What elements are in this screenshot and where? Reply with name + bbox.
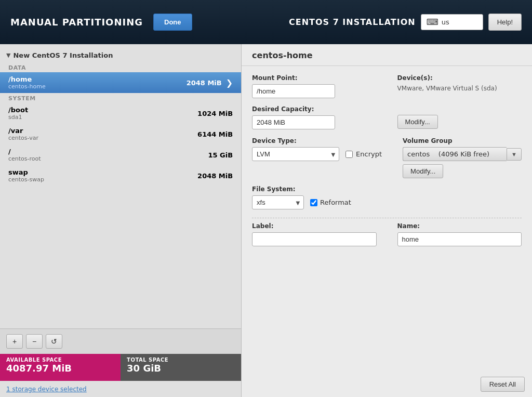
- right-panel: centos-home Mount Point: Device(s): VMwa…: [242, 44, 532, 397]
- partition-tree: ▼ New CentOS 7 Installation DATA /home c…: [0, 44, 241, 328]
- row-label-name: Label: Name:: [252, 222, 522, 246]
- volume-group-dropdown-button[interactable]: ▼: [507, 148, 522, 161]
- keyboard-icon: ⌨: [427, 17, 438, 27]
- partition-var-left: /var centos-var: [8, 127, 38, 141]
- reformat-checkbox[interactable]: [310, 199, 317, 206]
- installation-label: New CentOS 7 Installation: [13, 51, 113, 59]
- main: ▼ New CentOS 7 Installation DATA /home c…: [0, 44, 532, 397]
- filesystem-select[interactable]: xfs ext2 ext3 ext4 vfat swap biosboot: [252, 195, 304, 209]
- name-input[interactable]: [397, 232, 522, 246]
- partition-home-right: 2048 MiB ❯: [187, 78, 233, 88]
- col-label: Label:: [252, 222, 376, 246]
- available-space: AVAILABLE SPACE 4087.97 MiB: [0, 354, 121, 381]
- partition-swap-size: 2048 MiB: [197, 172, 233, 180]
- total-space-value: 30 GiB: [127, 363, 235, 374]
- storage-link-bar: 1 storage device selected: [0, 381, 241, 397]
- reset-bar: Reset All: [473, 372, 532, 397]
- col-filesystem-right: [397, 186, 522, 209]
- partition-home-name: /home: [8, 75, 46, 83]
- add-partition-button[interactable]: +: [6, 334, 23, 349]
- partition-boot-sub: sda1: [8, 114, 28, 121]
- volume-group-value: centos (4096 KiB free): [403, 147, 507, 161]
- header-left: MANUAL PARTITIONING Done: [10, 14, 192, 31]
- col-mount-point: Mount Point:: [252, 74, 376, 98]
- help-button[interactable]: Help!: [488, 14, 522, 31]
- volume-group-label: Volume Group: [403, 137, 522, 144]
- col-devices: Device(s): VMware, VMware Virtual S (sda…: [397, 74, 522, 98]
- col-name: Name:: [397, 222, 522, 246]
- header: MANUAL PARTITIONING Done CENTOS 7 INSTAL…: [0, 0, 532, 44]
- partition-root-left: / centos-root: [8, 148, 41, 162]
- partition-swap-name: swap: [8, 168, 44, 176]
- devices-label: Device(s):: [397, 74, 522, 82]
- desired-capacity-input[interactable]: [252, 115, 335, 129]
- encrypt-checkbox[interactable]: [345, 151, 353, 158]
- label-input[interactable]: [252, 232, 376, 246]
- reset-all-button[interactable]: Reset All: [481, 377, 525, 392]
- partition-home-sub: centos-home: [8, 83, 46, 90]
- centos-title: CENTOS 7 INSTALLATION: [289, 17, 416, 27]
- col-desired-capacity: Desired Capacity:: [252, 105, 376, 130]
- modify-vg-button[interactable]: Modify...: [403, 164, 443, 178]
- partition-boot-name: /boot: [8, 106, 28, 114]
- name-label: Name:: [397, 222, 522, 230]
- mount-point-label: Mount Point:: [252, 74, 376, 82]
- section-system: SYSTEM: [0, 93, 241, 103]
- partition-home-left: /home centos-home: [8, 75, 46, 90]
- row-mount-device: Mount Point: Device(s): VMware, VMware V…: [252, 74, 522, 98]
- tree-header[interactable]: ▼ New CentOS 7 Installation: [0, 48, 241, 62]
- partition-item-boot[interactable]: /boot sda1 1024 MiB: [0, 103, 241, 124]
- row-capacity-modify: Desired Capacity: Modify...: [252, 105, 522, 130]
- device-type-row: LVM Standard Partition RAID Btrfs LVM Th…: [252, 147, 382, 161]
- left-panel: ▼ New CentOS 7 Installation DATA /home c…: [0, 44, 242, 397]
- detail-separator: [252, 218, 522, 218]
- detail-content: Mount Point: Device(s): VMware, VMware V…: [242, 66, 532, 255]
- refresh-button[interactable]: ↺: [46, 334, 62, 349]
- section-data: DATA: [0, 62, 241, 72]
- app-title: MANUAL PARTITIONING: [10, 17, 143, 28]
- partition-controls: + − ↺: [0, 328, 241, 354]
- chevron-down-icon: ▼: [6, 52, 10, 59]
- partition-swap-right: 2048 MiB: [197, 172, 233, 180]
- remove-partition-button[interactable]: −: [26, 334, 43, 349]
- encrypt-wrap: Encrypt: [345, 150, 382, 158]
- col-device-type: Device Type: LVM Standard Partition RAID…: [252, 137, 382, 178]
- partition-swap-sub: centos-swap: [8, 176, 44, 183]
- partition-item-var[interactable]: /var centos-var 6144 MiB: [0, 124, 241, 144]
- col-modify-top: Modify...: [397, 105, 522, 130]
- row-filesystem: File System: xfs ext2 ext3 ext4 vfat swa…: [252, 186, 522, 209]
- partition-var-right: 6144 MiB: [197, 130, 233, 138]
- partition-boot-size: 1024 MiB: [197, 110, 233, 117]
- partition-item-root[interactable]: / centos-root 15 GiB: [0, 144, 241, 165]
- device-type-label: Device Type:: [252, 137, 382, 144]
- partition-var-sub: centos-var: [8, 135, 38, 141]
- partition-boot-left: /boot sda1: [8, 106, 28, 121]
- desired-capacity-label: Desired Capacity:: [252, 105, 376, 113]
- header-right: CENTOS 7 INSTALLATION ⌨ us Help!: [289, 14, 522, 31]
- keyboard-selector[interactable]: ⌨ us: [421, 14, 483, 30]
- available-space-value: 4087.97 MiB: [6, 363, 114, 374]
- partition-root-name: /: [8, 148, 41, 155]
- modify-devices-button[interactable]: Modify...: [397, 115, 438, 129]
- encrypt-label[interactable]: Encrypt: [356, 150, 382, 158]
- col-filesystem: File System: xfs ext2 ext3 ext4 vfat swa…: [252, 186, 376, 209]
- volume-group-wrap: centos (4096 KiB free) ▼: [403, 147, 522, 161]
- partition-item-home[interactable]: /home centos-home 2048 MiB ❯: [0, 72, 241, 93]
- storage-device-link[interactable]: 1 storage device selected: [6, 386, 87, 393]
- keyboard-lang: us: [442, 18, 477, 26]
- partition-var-size: 6144 MiB: [197, 130, 233, 138]
- total-space: TOTAL SPACE 30 GiB: [121, 354, 241, 381]
- partition-root-right: 15 GiB: [208, 151, 233, 159]
- filesystem-select-wrap: xfs ext2 ext3 ext4 vfat swap biosboot ▼: [252, 195, 304, 209]
- total-space-label: TOTAL SPACE: [127, 357, 235, 363]
- col-volume-group: Volume Group centos (4096 KiB free) ▼ Mo…: [403, 137, 522, 178]
- partition-var-name: /var: [8, 127, 38, 135]
- device-type-select[interactable]: LVM Standard Partition RAID Btrfs LVM Th…: [252, 147, 339, 161]
- reformat-label[interactable]: Reformat: [320, 198, 351, 206]
- partition-item-swap[interactable]: swap centos-swap 2048 MiB: [0, 165, 241, 186]
- partition-swap-left: swap centos-swap: [8, 168, 44, 183]
- chevron-right-icon: ❯: [226, 78, 233, 88]
- done-button[interactable]: Done: [153, 14, 192, 31]
- mount-point-input[interactable]: [252, 84, 335, 98]
- filesystem-row: xfs ext2 ext3 ext4 vfat swap biosboot ▼: [252, 195, 376, 209]
